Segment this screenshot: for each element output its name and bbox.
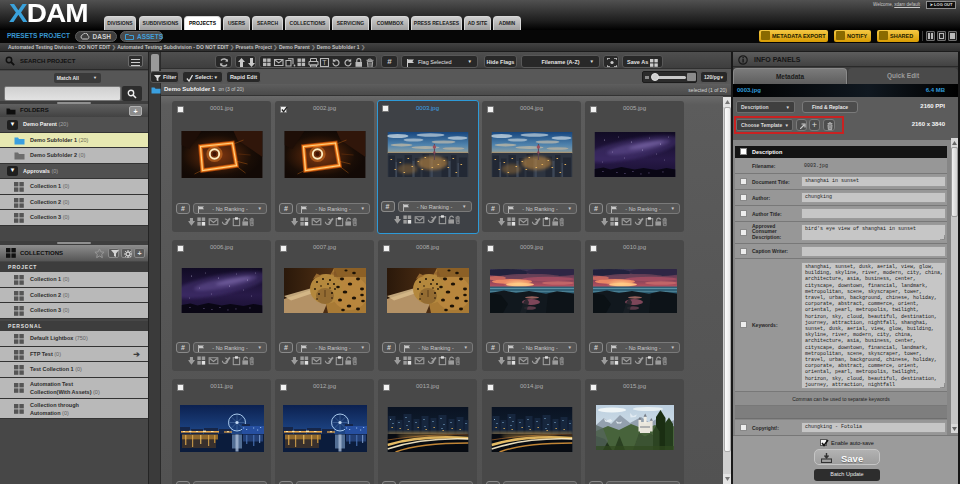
svg-text:T: T	[322, 59, 327, 66]
